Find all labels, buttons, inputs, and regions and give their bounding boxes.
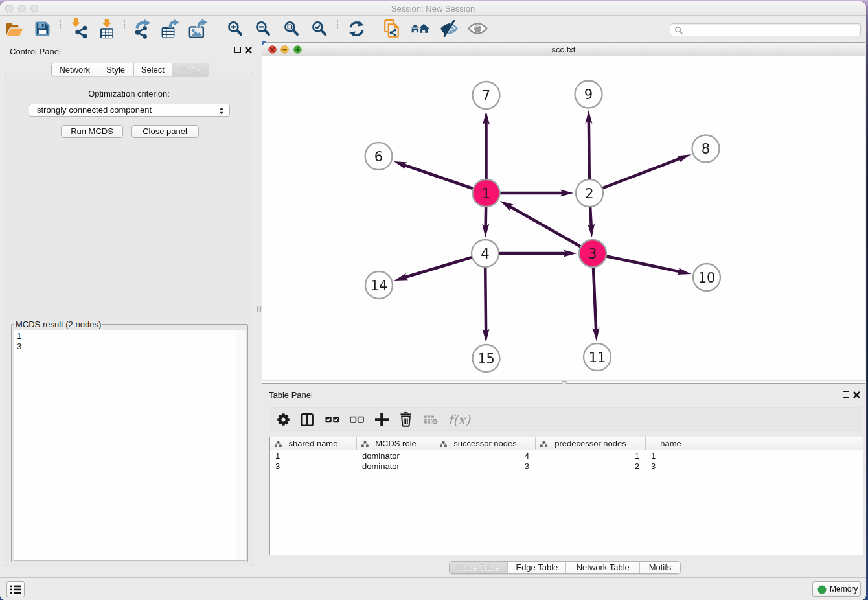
table-panel: Table Panel — [262, 387, 865, 577]
toolbar-separator — [218, 20, 218, 37]
graph-node-label: 11 — [589, 350, 606, 365]
table-toolbar: f(x) — [270, 407, 862, 431]
network-view-window: scc.txt 7968124314101511 — [262, 42, 865, 384]
graph-node-label: 2 — [585, 186, 593, 202]
table-row[interactable]: 3dominator323 — [270, 461, 863, 472]
export-network-icon[interactable] — [132, 18, 153, 39]
run-mcds-button[interactable]: Run MCDS — [61, 125, 123, 138]
zoom-selected-icon[interactable] — [309, 18, 330, 39]
table-cell: 3 — [646, 461, 696, 472]
result-scrollbar[interactable] — [236, 330, 246, 560]
table-delete-icon[interactable] — [421, 408, 440, 432]
table-cell: 4 — [435, 451, 536, 461]
mcds-result-title: MCDS result (2 nodes) — [14, 319, 102, 329]
control-panel-close-icon[interactable] — [244, 46, 253, 54]
eye-slash-icon[interactable] — [439, 18, 459, 39]
vertical-split-grip[interactable] — [257, 306, 261, 312]
graph-node-label: 9 — [584, 87, 593, 102]
criterion-dropdown[interactable]: strongly connected component — [29, 104, 230, 117]
tab-network-table[interactable]: Network Table — [566, 562, 640, 573]
dropdown-chevrons-icon — [218, 106, 225, 115]
toolbar-separator — [60, 20, 61, 37]
table-cell: 3 — [435, 461, 536, 472]
table-cell: 1 — [646, 451, 696, 461]
network-window-titlebar: scc.txt — [262, 43, 865, 56]
column-header-name[interactable]: name — [646, 437, 696, 450]
table-panel-float-icon[interactable] — [843, 391, 849, 398]
graph-node-label: 4 — [481, 246, 489, 262]
graph-edge-3-1[interactable] — [508, 205, 593, 253]
zoom-fit-icon[interactable] — [281, 18, 302, 39]
double-home-icon[interactable] — [409, 18, 430, 39]
table-panel-title: Table Panel — [269, 390, 313, 400]
zoom-in-icon[interactable] — [225, 18, 246, 39]
export-table-icon[interactable] — [159, 18, 180, 39]
main-toolbar — [0, 16, 866, 41]
checkboxes-unchecked-icon[interactable] — [347, 408, 367, 432]
memory-button[interactable]: Memory — [812, 581, 861, 597]
list-icon — [10, 585, 21, 594]
table-row[interactable]: 1dominator411 — [270, 451, 863, 461]
control-panel-title: Control Panel — [10, 47, 61, 56]
table-cell: 1 — [536, 451, 646, 461]
graph-node-label: 3 — [588, 246, 597, 262]
mcds-result-item[interactable]: 3 — [14, 341, 246, 352]
copy-documents-share-icon[interactable] — [382, 18, 402, 39]
toolbar-separator — [124, 20, 125, 37]
graph-node-label: 8 — [702, 141, 710, 157]
memory-button-label: Memory — [830, 584, 858, 594]
gear-icon[interactable] — [273, 408, 293, 432]
trash-icon[interactable] — [396, 408, 415, 432]
main-area: Control Panel NetworkStyleSelectMCDS Opt… — [0, 41, 866, 577]
refresh-icon[interactable] — [346, 18, 367, 39]
table-panel-tabs: Node TableEdge TableNetwork TableMotifs — [449, 561, 681, 574]
tab-motifs[interactable]: Motifs — [640, 562, 680, 573]
horizontal-split-grip[interactable] — [562, 381, 567, 384]
eye-icon[interactable] — [467, 18, 488, 39]
graph-node-label: 10 — [698, 270, 716, 286]
export-image-icon[interactable] — [187, 18, 208, 39]
function-fx-icon[interactable]: f(x) — [445, 408, 474, 432]
column-header-MCDS-role[interactable]: MCDS role — [357, 437, 435, 450]
tab-edge-table[interactable]: Edge Table — [508, 562, 566, 573]
graph-node-label: 1 — [482, 186, 490, 202]
network-graph: 7968124314101511 — [262, 57, 865, 381]
table-cell: 1 — [270, 451, 357, 461]
tab-network[interactable]: Network — [52, 63, 98, 76]
mcds-result-list[interactable]: 13 — [14, 330, 246, 561]
open-folder-icon[interactable] — [4, 18, 25, 39]
optimization-criterion-label: Optimization criterion: — [0, 89, 258, 98]
tab-mcds[interactable]: MCDS — [172, 63, 209, 76]
column-header-shared-name[interactable]: shared name — [270, 437, 357, 450]
import-network-icon[interactable] — [69, 18, 89, 39]
search-input[interactable] — [685, 25, 857, 35]
graph-node-label: 15 — [477, 351, 495, 367]
node-table: shared nameMCDS rolesuccessor nodesprede… — [269, 437, 863, 555]
column-header-successor-nodes[interactable]: successor nodes — [435, 437, 536, 450]
column-header-predecessor-nodes[interactable]: predecessor nodes — [536, 437, 646, 450]
search-field[interactable] — [670, 23, 861, 36]
table-panel-close-icon[interactable] — [852, 391, 861, 399]
zoom-out-icon[interactable] — [253, 18, 273, 39]
split-columns-icon[interactable] — [297, 408, 317, 432]
graph-node-label: 7 — [482, 88, 490, 104]
toolbar-separator — [337, 20, 338, 37]
close-panel-button[interactable]: Close panel — [131, 125, 199, 138]
task-history-button[interactable] — [6, 581, 25, 597]
toolbar-separator — [374, 20, 374, 37]
network-canvas[interactable]: 7968124314101511 — [262, 57, 865, 381]
table-cell: 3 — [270, 461, 357, 472]
mcds-result-item[interactable]: 1 — [14, 331, 246, 341]
plus-icon[interactable] — [372, 408, 392, 432]
resize-corner-icon — [262, 41, 267, 47]
control-panel-float-icon[interactable] — [234, 47, 241, 53]
tab-select[interactable]: Select — [134, 63, 172, 76]
import-table-icon[interactable] — [97, 18, 117, 39]
app-title: Session: New Session — [0, 4, 866, 14]
tab-style[interactable]: Style — [98, 63, 134, 76]
tab-node-table[interactable]: Node Table — [450, 562, 508, 573]
graph-edge-2-8[interactable] — [589, 157, 683, 193]
save-floppy-icon[interactable] — [32, 18, 52, 39]
checkboxes-checked-icon[interactable] — [323, 408, 342, 432]
criterion-value: strongly connected component — [37, 105, 152, 115]
